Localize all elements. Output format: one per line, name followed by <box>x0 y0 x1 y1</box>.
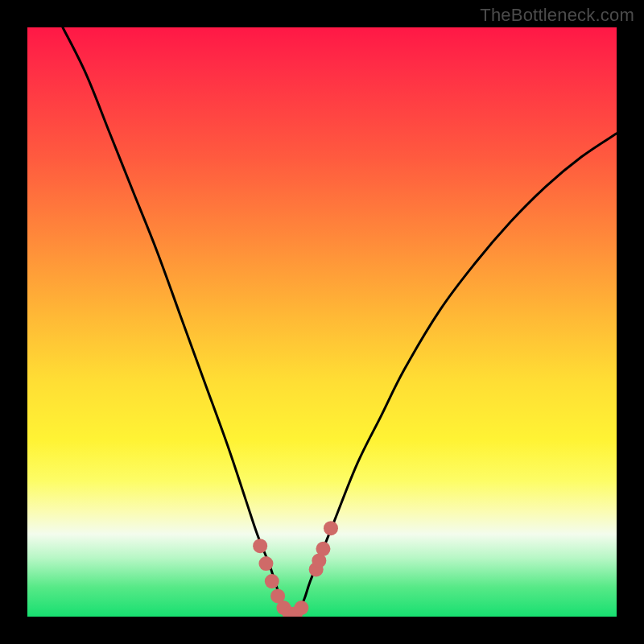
curve-markers <box>253 521 338 617</box>
curve-marker <box>253 539 267 553</box>
curve-svg <box>27 27 617 617</box>
curve-marker <box>265 574 279 588</box>
plot-area <box>27 27 617 617</box>
curve-marker <box>316 542 330 556</box>
bottleneck-curve <box>63 27 617 613</box>
watermark-text: TheBottleneck.com <box>480 5 634 26</box>
curve-marker <box>294 601 308 615</box>
bottleneck-curve-path <box>63 27 617 613</box>
curve-marker <box>324 521 338 535</box>
outer-frame: TheBottleneck.com <box>0 0 644 644</box>
curve-marker <box>258 556 273 571</box>
